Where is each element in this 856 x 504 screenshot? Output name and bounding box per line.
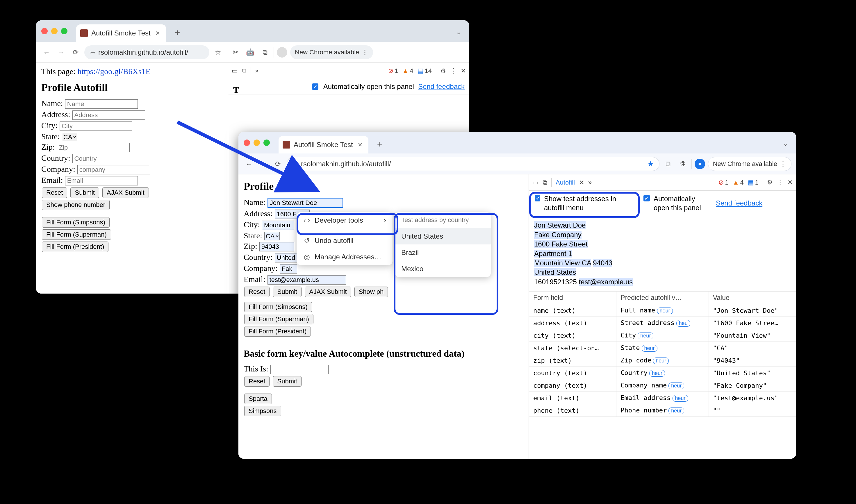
thisid-input[interactable] xyxy=(270,365,328,374)
inspect-icon[interactable]: ▭ xyxy=(532,179,538,186)
browser-tab[interactable]: Autofill Smoke Test ✕ xyxy=(279,136,369,154)
auto-open-checkbox[interactable] xyxy=(643,195,650,201)
fill-president-button[interactable]: Fill Form (President) xyxy=(42,241,108,252)
address-bar[interactable]: ⊶ rsolomakhin.github.io/autofill/ ★ xyxy=(287,157,659,171)
zip-input[interactable] xyxy=(260,242,294,251)
profile-avatar-icon[interactable]: ● xyxy=(695,159,705,169)
fill-simpsons-button[interactable]: Fill Form (Simpsons) xyxy=(42,217,110,228)
forward-button[interactable]: → xyxy=(257,158,269,170)
fill-superman-button[interactable]: Fill Form (Superman) xyxy=(244,314,314,324)
close-window-icon[interactable] xyxy=(244,140,250,146)
back-button[interactable]: ← xyxy=(243,158,255,170)
show-phone-button[interactable]: Show phone number xyxy=(42,200,110,210)
fill-president-button[interactable]: Fill Form (President) xyxy=(244,326,311,337)
device-toolbar-icon[interactable]: ⧉ xyxy=(542,179,547,186)
reset-button[interactable]: Reset xyxy=(244,287,269,297)
reset-button-2[interactable]: Reset xyxy=(244,376,269,386)
forward-button[interactable]: → xyxy=(55,47,67,58)
devtools-menu-icon[interactable]: ⋮ xyxy=(450,67,457,75)
devtools-close-icon[interactable]: ✕ xyxy=(787,179,792,186)
show-test-addresses-checkbox[interactable] xyxy=(535,195,540,201)
reset-button[interactable]: Reset xyxy=(42,187,67,198)
ctx-undo-autofill[interactable]: ↺ Undo autofill xyxy=(297,233,393,249)
table-row[interactable]: city (text)Cityheur"Mountain View" xyxy=(529,329,796,342)
reload-button[interactable]: ⟳ xyxy=(272,158,284,170)
name-input[interactable] xyxy=(65,100,138,109)
table-row[interactable]: country (text)Countryheur"United States" xyxy=(529,367,796,379)
close-tab-icon[interactable]: ✕ xyxy=(356,141,364,148)
browser-tab[interactable]: Autofill Smoke Test ✕ xyxy=(76,24,166,42)
send-feedback-link[interactable]: Send feedback xyxy=(418,83,465,91)
reload-button[interactable]: ⟳ xyxy=(70,47,82,58)
submenu-item-brazil[interactable]: Brazil xyxy=(395,245,491,261)
ctx-manage-addresses[interactable]: ◎ Manage Addresses… xyxy=(297,249,393,265)
close-tab-icon[interactable]: ✕ xyxy=(154,30,161,37)
address-input[interactable] xyxy=(72,110,145,120)
th-value[interactable]: Value xyxy=(709,291,796,304)
minimize-window-icon[interactable] xyxy=(51,28,57,34)
message-badge[interactable]: ▤14 xyxy=(417,67,432,75)
submenu-item-us[interactable]: United States xyxy=(395,228,491,245)
city-input[interactable] xyxy=(59,122,132,131)
profile-avatar-icon[interactable] xyxy=(277,47,287,57)
th-predicted[interactable]: Predicted autofill v… xyxy=(617,291,709,304)
sparta-button[interactable]: Sparta xyxy=(244,394,272,404)
devtools-menu-icon[interactable]: ⋮ xyxy=(777,179,783,186)
ajax-submit-button[interactable]: AJAX Submit xyxy=(305,287,351,297)
error-badge[interactable]: ⊘1 xyxy=(388,67,398,75)
more-tabs-icon[interactable]: » xyxy=(588,179,592,186)
extensions-icon[interactable]: ⧉ xyxy=(259,47,271,58)
devtools-tab-autofill[interactable]: Autofill xyxy=(556,179,575,186)
table-row[interactable]: zip (text)Zip codeheur"94043" xyxy=(529,354,796,367)
address-bar[interactable]: ⊶ rsolomakhin.github.io/autofill/ xyxy=(84,46,209,59)
ajax-submit-button[interactable]: AJAX Submit xyxy=(102,187,149,198)
state-select[interactable]: CA xyxy=(62,133,77,141)
th-form-field[interactable]: Form field xyxy=(529,291,617,304)
show-phone-button[interactable]: Show ph xyxy=(354,287,388,297)
state-select[interactable]: CA xyxy=(264,232,280,240)
auto-open-checkbox[interactable] xyxy=(312,84,318,90)
settings-gear-icon[interactable]: ⚙ xyxy=(440,67,446,75)
email-input[interactable] xyxy=(65,176,138,185)
bookmark-star-icon[interactable]: ☆ xyxy=(212,47,224,58)
labs-icon[interactable]: ⚗ xyxy=(677,158,689,170)
table-row[interactable]: company (text)Company nameheur"Fake Comp… xyxy=(529,379,796,392)
update-chip[interactable]: New Chrome available ⋮ xyxy=(708,157,791,171)
fill-superman-button[interactable]: Fill Form (Superman) xyxy=(42,229,111,240)
table-row[interactable]: name (text)Full nameheur"Jon Stewart Doe… xyxy=(529,304,796,317)
email-input[interactable] xyxy=(268,275,346,285)
extensions-icon[interactable]: ⧉ xyxy=(662,158,674,170)
table-row[interactable]: state (select-on…Stateheur"CA" xyxy=(529,342,796,354)
error-badge[interactable]: ⊘1 xyxy=(718,179,728,186)
warning-badge[interactable]: ▲4 xyxy=(402,67,413,75)
country-input[interactable] xyxy=(72,154,145,163)
company-input[interactable] xyxy=(77,165,150,174)
send-feedback-link[interactable]: Send feedback xyxy=(716,199,762,207)
ctx-developer-tools[interactable]: ‹ › Developer tools › xyxy=(297,212,393,229)
tab-list-button[interactable]: ⌄ xyxy=(453,27,464,37)
site-settings-icon[interactable]: ⊶ xyxy=(292,160,298,167)
menu-dots-icon[interactable]: ⋮ xyxy=(780,160,786,168)
zip-input[interactable] xyxy=(57,143,130,152)
device-toolbar-icon[interactable]: ⧉ xyxy=(242,67,247,75)
city-input[interactable] xyxy=(262,221,294,230)
close-window-icon[interactable] xyxy=(41,28,48,34)
zoom-window-icon[interactable] xyxy=(61,28,68,34)
company-input[interactable] xyxy=(280,264,297,273)
submit-button[interactable]: Submit xyxy=(273,287,301,297)
devtools-tab-close-icon[interactable]: ✕ xyxy=(579,179,584,186)
minimize-window-icon[interactable] xyxy=(253,140,260,146)
cut-icon[interactable]: ✂ xyxy=(230,47,242,58)
table-row[interactable]: email (text)Email addressheur"test@examp… xyxy=(529,392,796,404)
bookmark-filled-star-icon[interactable]: ★ xyxy=(647,159,654,168)
submit-button[interactable]: Submit xyxy=(70,187,99,198)
zoom-window-icon[interactable] xyxy=(264,140,270,146)
menu-dots-icon[interactable]: ⋮ xyxy=(361,48,369,56)
back-button[interactable]: ← xyxy=(41,47,52,58)
devtools-close-icon[interactable]: ✕ xyxy=(461,67,466,75)
warning-badge[interactable]: ▲4 xyxy=(733,179,744,186)
new-tab-button[interactable]: ＋ xyxy=(170,26,185,38)
this-page-link[interactable]: https://goo.gl/B6Xs1E xyxy=(77,67,150,76)
fill-simpsons-button[interactable]: Fill Form (Simpsons) xyxy=(244,302,312,312)
tab-list-button[interactable]: ⌄ xyxy=(780,139,791,149)
